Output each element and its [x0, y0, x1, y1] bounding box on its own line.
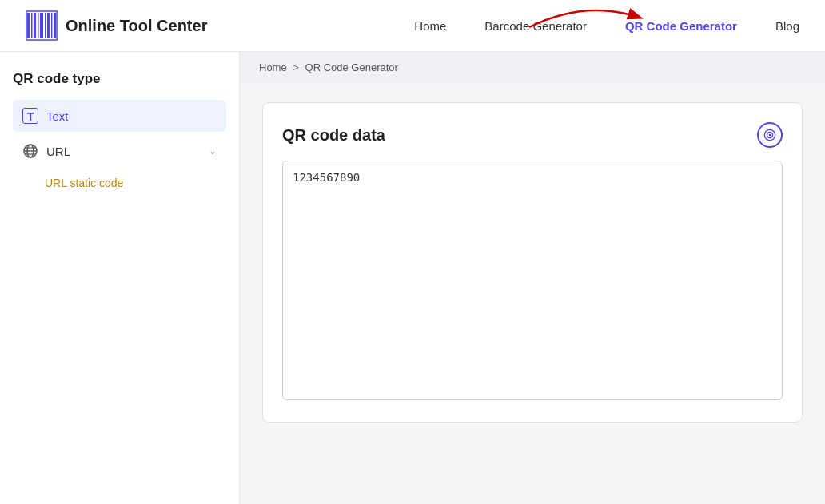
url-static-code-label[interactable]: URL static code — [45, 177, 123, 189]
nav-blog[interactable]: Blog — [775, 19, 799, 33]
text-type-icon: T — [22, 108, 38, 124]
qr-card-header: QR code data — [282, 122, 783, 148]
nav-barcode[interactable]: Barcode Generator — [484, 19, 587, 33]
sidebar: QR code type T Text URL ⌄ URL static cod… — [0, 52, 240, 504]
svg-rect-7 — [51, 13, 53, 38]
qr-card: QR code data — [262, 102, 803, 423]
qr-settings-button[interactable] — [757, 122, 783, 148]
sidebar-item-text-label: Text — [46, 109, 69, 123]
svg-rect-6 — [47, 13, 50, 38]
qr-data-textarea[interactable] — [282, 161, 783, 400]
logo-icon — [26, 10, 58, 42]
main-nav: Home Barcode Generator QR Code Generator… — [414, 19, 799, 33]
breadcrumb-home[interactable]: Home — [259, 62, 287, 73]
svg-rect-5 — [45, 13, 46, 38]
breadcrumb-current: QR Code Generator — [305, 62, 398, 73]
content-inner: QR code data — [240, 83, 825, 442]
url-static-code-link[interactable]: URL static code — [13, 170, 226, 196]
svg-rect-1 — [31, 13, 33, 38]
header: Online Tool Center Home Barcode Generato… — [0, 0, 825, 52]
svg-point-18 — [769, 134, 771, 137]
nav-home[interactable]: Home — [414, 19, 446, 33]
globe-icon — [22, 143, 38, 159]
svg-rect-3 — [38, 13, 39, 38]
svg-rect-4 — [40, 13, 43, 38]
url-chevron-icon: ⌄ — [209, 145, 217, 157]
nav-qr[interactable]: QR Code Generator — [625, 19, 737, 33]
breadcrumb: Home > QR Code Generator — [240, 52, 825, 83]
logo-area: Online Tool Center — [26, 10, 207, 42]
content-area: Home > QR Code Generator QR code data — [240, 52, 825, 504]
qr-card-title: QR code data — [282, 126, 385, 145]
sidebar-title: QR code type — [13, 71, 226, 87]
sidebar-item-url[interactable]: URL ⌄ — [13, 135, 226, 167]
sidebar-item-text[interactable]: T Text — [13, 100, 226, 132]
main-layout: QR code type T Text URL ⌄ URL static cod… — [0, 52, 825, 504]
svg-rect-8 — [54, 13, 56, 38]
svg-rect-0 — [27, 13, 30, 38]
logo-title: Online Tool Center — [66, 17, 207, 35]
settings-icon — [763, 129, 776, 141]
breadcrumb-separator: > — [293, 62, 299, 73]
svg-rect-2 — [34, 13, 36, 38]
sidebar-item-url-label: URL — [46, 145, 70, 158]
